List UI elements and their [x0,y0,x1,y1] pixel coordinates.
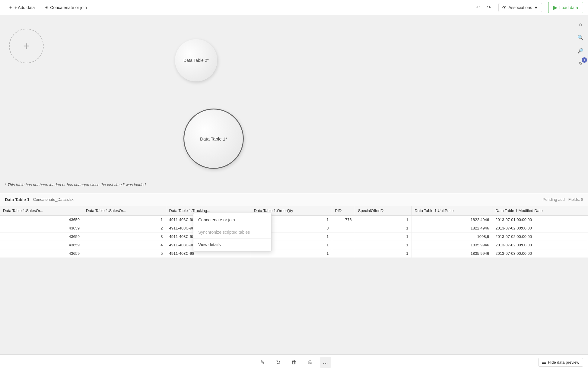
table-cell [332,241,355,249]
table-cell: 2013-07-02 00:00:00 [492,232,588,241]
data-table: Data Table 1.SalesOr...Data Table 1.Sale… [0,206,588,258]
table-header-cell: PID [332,206,355,216]
table-cell: 1835,9946 [412,241,492,249]
table-cell: 43659 [0,224,83,232]
pending-add-label: Pending add [543,197,565,202]
table-cell [332,232,355,241]
table-cell: 3 [83,232,166,241]
data-table-2-node[interactable]: Data Table 2* [175,39,217,81]
zoom-in-icon[interactable]: 🔎 [575,45,586,56]
table-cell: 2013-07-02 00:00:00 [492,224,588,232]
table-row[interactable]: 4365944911-403C-98111835,99462013-07-02 … [0,241,588,249]
eye-icon: 👁 [502,5,507,10]
table-cell: 1822,4946 [412,224,492,232]
table-cell: 1822,4946 [412,216,492,224]
table-cell: 776 [332,216,355,224]
table-cell: 2013-07-02 00:00:00 [492,241,588,249]
context-menu-divider-1 [193,226,271,226]
right-sidebar: ⌂ 🔍 🔎 1 ✎ [573,15,588,193]
data-table-2-label: Data Table 2* [183,58,209,63]
load-data-button[interactable]: ▶ Load data [548,2,583,13]
fields-count-label: Fields: 8 [568,197,583,202]
hide-preview-label: Hide data preview [548,360,579,365]
context-menu-view-details[interactable]: View details [193,239,271,250]
table-header-cell: Data Table 1.UnitPrice [412,206,492,216]
data-table-1-label: Data Table 1* [200,136,227,141]
canvas-note: * This table has not been loaded or has … [5,182,147,187]
table-cell: 1835,9946 [412,249,492,258]
undo-redo-group: ↶ ↷ [473,3,494,12]
pencil-icon[interactable]: 1 ✎ [575,59,586,69]
data-table-1-node[interactable]: Data Table 1* [183,109,244,169]
concatenate-label: Concatenate or join [50,5,87,10]
add-data-circle[interactable]: + [9,29,44,63]
concatenate-button[interactable]: ⊞ Concatenate or join [41,3,90,12]
table-cell: 1 [355,224,412,232]
table-cell: 1 [355,216,412,224]
context-menu-synchronize: Synchronize scripted tables [193,227,271,238]
table-cell: 1 [355,249,412,258]
table-cell: 4 [83,241,166,249]
plus-icon: ＋ [8,5,13,10]
table-row[interactable]: 4365924911-403C-98311822,49462013-07-02 … [0,224,588,232]
table-cell: 2013-07-01 00:00:00 [492,216,588,224]
add-data-label: + Add data [14,5,35,10]
table-cell: 43659 [0,249,83,258]
table-cell: 1 [355,232,412,241]
data-section-header: Data Table 1 Concatenate_Data.xlsx Pendi… [0,193,588,206]
table-cell: 1 [355,241,412,249]
table-cell: 1098,9 [412,232,492,241]
table-cell: 5 [83,249,166,258]
table-cell [332,224,355,232]
context-menu: Concatenate or join Synchronize scripted… [193,213,272,251]
play-circle-icon: ▶ [553,4,558,11]
bottom-toolbar: ✎ ↻ 🗑 ☠ … ▬ Hide data preview [0,354,588,370]
top-toolbar: ＋ + Add data ⊞ Concatenate or join ↶ ↷ 👁… [0,0,588,15]
data-section-table-name: Data Table 1 [5,197,29,202]
table-cell: 43659 [0,232,83,241]
data-section-file-name: Concatenate_Data.xlsx [33,197,73,202]
associations-label: Associations [508,5,532,10]
add-data-button[interactable]: ＋ + Add data [5,3,38,12]
add-circle-icon: + [23,40,30,52]
table-header-cell: Data Table 1.Modified Date [492,206,588,216]
table-cell: 1 [83,216,166,224]
redo-button[interactable]: ↷ [484,3,494,12]
table-row[interactable]: 4365934911-403C-98111098,92013-07-02 00:… [0,232,588,241]
canvas-area: + Data Table 2* Data Table 1* * This tab… [0,15,588,193]
more-options-button[interactable]: … [320,357,331,368]
delete-button[interactable]: 🗑 [289,357,300,368]
badge-count: 1 [582,57,587,63]
data-grid: Data Table 1.SalesOr...Data Table 1.Sale… [0,206,588,258]
context-menu-divider-2 [193,238,271,239]
chevron-down-icon: ▼ [534,5,538,10]
table-header-row: Data Table 1.SalesOr...Data Table 1.Sale… [0,206,588,216]
refresh-button[interactable]: ↻ [273,357,284,368]
hide-preview-button[interactable]: ▬ Hide data preview [538,358,583,367]
load-data-label: Load data [559,5,578,10]
context-menu-concatenate[interactable]: Concatenate or join [193,214,271,225]
table-icon: ▬ [542,360,546,365]
table-row[interactable]: 4365954911-403C-98111835,99462013-07-03 … [0,249,588,258]
table-cell [332,249,355,258]
home-icon[interactable]: ⌂ [575,19,586,30]
data-section: Data Table 1 Concatenate_Data.xlsx Pendi… [0,193,588,258]
table-cell: 43659 [0,241,83,249]
undo-button[interactable]: ↶ [473,3,483,12]
table-header-cell: Data Table 1.SalesOr... [0,206,83,216]
table-row[interactable]: 4365914911-403C-98177611822,49462013-07-… [0,216,588,224]
table-cell: 2 [83,224,166,232]
concatenate-icon: ⊞ [44,5,48,10]
edit-bottom-button[interactable]: ✎ [257,357,268,368]
table-header-cell: SpecialOfferID [355,206,412,216]
associations-button[interactable]: 👁 Associations ▼ [498,3,542,12]
zoom-out-icon[interactable]: 🔍 [575,32,586,43]
filter-button[interactable]: ☠ [304,357,315,368]
table-cell: 43659 [0,216,83,224]
table-header-cell: Data Table 1.SalesOr... [83,206,166,216]
table-cell: 2013-07-03 00:00:00 [492,249,588,258]
